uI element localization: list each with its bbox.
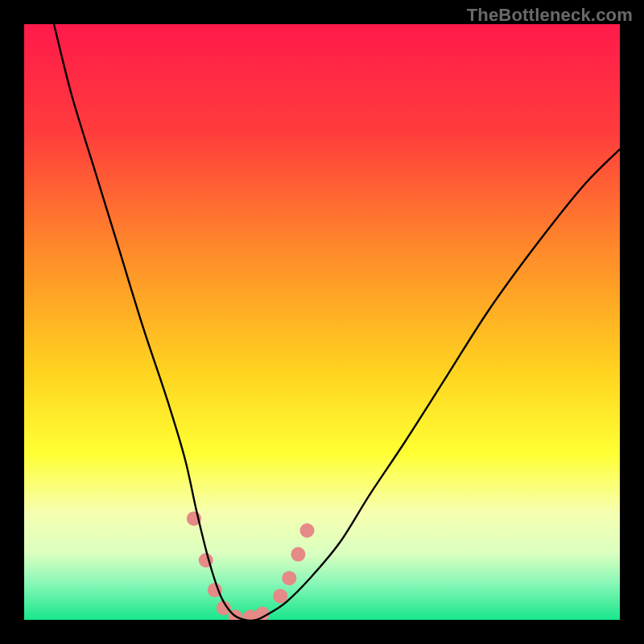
highlight-marker bbox=[282, 571, 296, 585]
plot-area bbox=[24, 24, 620, 620]
highlight-marker bbox=[300, 523, 315, 538]
watermark-text: TheBottleneck.com bbox=[467, 5, 633, 26]
bottleneck-curve bbox=[54, 24, 620, 620]
chart-frame: TheBottleneck.com bbox=[0, 0, 644, 644]
highlight-markers bbox=[187, 511, 315, 620]
highlight-marker bbox=[291, 547, 305, 562]
curve-layer bbox=[24, 24, 620, 620]
highlight-marker bbox=[273, 588, 287, 603]
